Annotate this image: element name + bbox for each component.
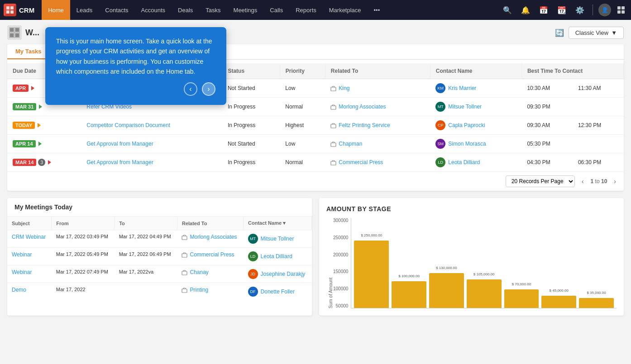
meetings-panel-title: My Meetings Today — [7, 198, 312, 217]
nav-menu: Home Leads Contacts Accounts Deals Tasks… — [42, 0, 500, 20]
task-row: APR 14 Get Approval from Manager Not Sta… — [7, 135, 624, 153]
nav-item-more[interactable]: ••• — [368, 0, 387, 20]
meeting-contact-avatar: LD — [248, 251, 258, 261]
task-time-from: 10:30 AM — [521, 79, 573, 98]
task-name: Get Approval from Manager — [81, 135, 222, 153]
meeting-to: Mar 17, 2022 06:49 PM — [115, 248, 177, 265]
nav-item-accounts[interactable]: Accounts — [135, 0, 172, 20]
svg-rect-1 — [10, 6, 14, 9]
nav-item-leads[interactable]: Leads — [70, 0, 99, 20]
apps-grid-icon[interactable] — [615, 5, 627, 15]
chart-plot-area: 300000 250000 200000 150000 100000 50000… — [333, 218, 617, 308]
app-name: CRM — [19, 6, 34, 14]
task-priority: Normal — [280, 98, 325, 116]
nav-item-calls[interactable]: Calls — [263, 0, 289, 20]
task-priority: Low — [280, 135, 325, 153]
pagination-info: 1 to 10 — [591, 178, 607, 184]
nav-item-meetings[interactable]: Meetings — [227, 0, 264, 20]
nav-item-contacts[interactable]: Contacts — [99, 0, 134, 20]
task-time-to — [573, 98, 624, 116]
settings-icon[interactable]: ⚙️ — [573, 4, 587, 16]
tooltip-next-button[interactable]: › — [202, 82, 215, 96]
meeting-related: Chanay — [177, 265, 243, 283]
nav-item-home[interactable]: Home — [42, 0, 70, 20]
bar-value-label: $ 130,000.00 — [436, 266, 457, 270]
tab-my-tasks[interactable]: My Tasks — [7, 44, 50, 59]
nav-item-tasks[interactable]: Tasks — [199, 0, 227, 20]
chart-panel: AMOUNT BY STAGE Sum of Amount 300000 250… — [319, 198, 624, 316]
building-icon — [182, 269, 187, 275]
task-row: TODAY Competitor Comparison Document In … — [7, 116, 624, 135]
task-time-to — [573, 135, 624, 153]
col-priority: Priority — [280, 63, 325, 79]
chart-bar: $ 250,000.00 — [354, 241, 389, 308]
contact-avatar: LD — [435, 157, 445, 167]
calendar-add-icon[interactable]: 📅 — [536, 4, 551, 16]
svg-rect-14 — [331, 161, 336, 165]
col-status: Status — [222, 63, 280, 79]
task-status: In Progress — [222, 98, 280, 116]
refresh-button[interactable]: 🔄 — [555, 28, 564, 37]
meeting-row: Demo Mar 17, 2022 Printing DF Donette Fo… — [7, 283, 312, 301]
task-priority: Normal — [280, 153, 325, 172]
svg-rect-16 — [182, 254, 187, 257]
meeting-subject: Demo — [7, 283, 52, 301]
chart-bar: $ 35,000.00 — [579, 298, 614, 308]
y-label-200000: 200000 — [333, 252, 348, 257]
building-icon — [182, 234, 187, 240]
chart-area: AMOUNT BY STAGE Sum of Amount 300000 250… — [319, 198, 624, 316]
chart-y-axis-label: Sum of Amount — [326, 218, 333, 308]
page-title: W... — [7, 25, 39, 40]
tooltip-navigation: ‹ › — [56, 82, 215, 96]
logo-icon — [4, 4, 16, 16]
svg-rect-15 — [182, 236, 187, 240]
nav-item-reports[interactable]: Reports — [289, 0, 323, 20]
chart-title: AMOUNT BY STAGE — [326, 205, 617, 213]
chart-bar: $ 130,000.00 — [429, 273, 464, 308]
svg-rect-13 — [331, 143, 336, 147]
pagination-bar: 20 Records Per Page ‹ 1 to 10 › — [7, 171, 624, 191]
chart-bar: $ 100,000.00 — [392, 281, 426, 308]
meetings-table: Subject From To Related To Contact Name … — [7, 217, 312, 300]
task-related-to: Chapman — [325, 135, 430, 153]
chart-bar-group: $ 105,000.00 — [467, 218, 502, 308]
bar-value-label: $ 105,000.00 — [473, 272, 495, 276]
svg-rect-10 — [331, 87, 336, 91]
bar-value-label: $ 45,000.00 — [550, 288, 569, 293]
pagination-next-button[interactable]: › — [612, 177, 618, 186]
meeting-contact: DF Donette Foller — [244, 283, 312, 301]
briefcase-icon — [330, 160, 336, 165]
tooltip-text: This is your main home screen. Take a qu… — [56, 38, 212, 75]
notifications-icon[interactable]: 🔔 — [518, 4, 533, 16]
classic-view-button[interactable]: Classic View ▼ — [569, 27, 624, 39]
meeting-to: Mar 17, 2022 04:49 PM — [115, 230, 177, 248]
nav-item-deals[interactable]: Deals — [172, 0, 199, 20]
meeting-contact: LD Leota Dilliard — [244, 248, 312, 265]
col-contact-name: Contact Name — [430, 63, 521, 79]
tooltip-prev-button[interactable]: ‹ — [184, 82, 197, 96]
meeting-row: CRM Webinar Mar 17, 2022 03:49 PM Mar 17… — [7, 230, 312, 248]
nav-right-actions: 🔍 🔔 📅 📆 ⚙️ 👤 — [500, 4, 627, 16]
meeting-from: Mar 17, 2022 05:49 PM — [52, 248, 115, 265]
top-bar-right: 🔄 Classic View ▼ — [555, 27, 624, 39]
search-icon[interactable]: 🔍 — [500, 4, 515, 16]
mcol-to: To — [115, 217, 177, 230]
user-avatar[interactable]: 👤 — [598, 4, 611, 16]
svg-rect-12 — [331, 124, 336, 128]
chart-bar-group: $ 70,000.00 — [504, 218, 539, 308]
pagination-prev-button[interactable]: ‹ — [579, 177, 586, 186]
nav-item-marketplace[interactable]: Marketplace — [323, 0, 368, 20]
y-label-150000: 150000 — [333, 269, 348, 274]
meeting-related: Morlong Associates — [177, 230, 243, 248]
task-priority: Highest — [280, 116, 325, 135]
meeting-from: Mar 17, 2022 03:49 PM — [52, 230, 115, 248]
classic-view-chevron-icon: ▼ — [611, 29, 617, 36]
records-per-page-select[interactable]: 20 Records Per Page — [506, 175, 575, 187]
task-due-date: TODAY — [7, 116, 81, 135]
task-time-to: 06:30 PM — [573, 153, 624, 172]
meeting-subject: CRM Webinar — [7, 230, 52, 248]
page-total: 10 — [601, 178, 607, 184]
bar-value-label: $ 250,000.00 — [361, 233, 382, 237]
calendar-icon[interactable]: 📆 — [555, 4, 569, 16]
app-logo[interactable]: CRM — [4, 4, 34, 16]
